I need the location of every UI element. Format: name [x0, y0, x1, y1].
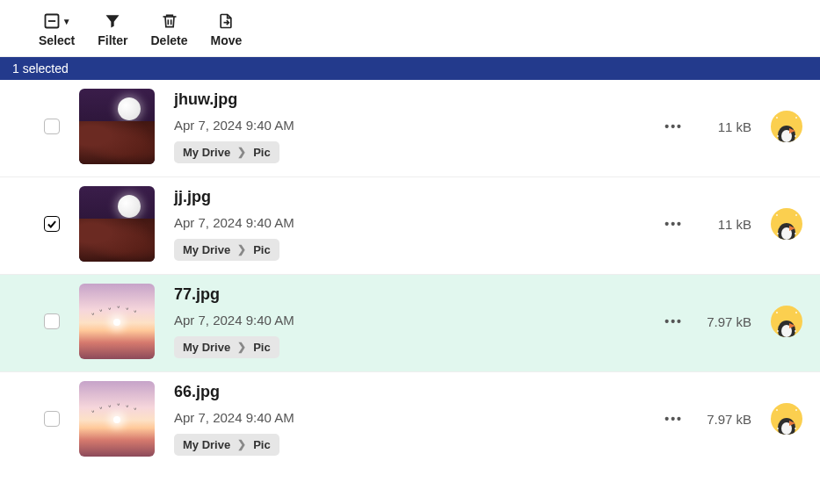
file-meta: 77.jpg Apr 7, 2024 9:40 AM My Drive ❯ Pi…: [174, 285, 645, 358]
file-name[interactable]: 77.jpg: [174, 285, 645, 304]
owner-avatar[interactable]: [771, 403, 802, 435]
selection-count-bar: 1 selected: [0, 57, 820, 80]
more-actions-button[interactable]: •••: [664, 314, 683, 328]
row-right: ••• 11 kB: [664, 208, 802, 240]
file-row[interactable]: ˅˅ ˅˅ ˅˅ 66.jpg Apr 7, 2024 9:40 AM My D…: [0, 372, 820, 469]
breadcrumb-leaf: Pic: [253, 341, 271, 354]
breadcrumb-leaf: Pic: [253, 146, 271, 159]
filter-button[interactable]: Filter: [98, 12, 127, 47]
file-list: jhuw.jpg Apr 7, 2024 9:40 AM My Drive ❯ …: [0, 80, 820, 469]
breadcrumb-root: My Drive: [183, 341, 230, 354]
file-name[interactable]: jj.jpg: [174, 188, 645, 206]
breadcrumb-leaf: Pic: [253, 243, 271, 256]
more-actions-button[interactable]: •••: [664, 119, 683, 133]
breadcrumb[interactable]: My Drive ❯ Pic: [174, 336, 279, 358]
row-right: ••• 7.97 kB: [664, 403, 802, 435]
breadcrumb[interactable]: My Drive ❯ Pic: [174, 141, 279, 163]
breadcrumb-root: My Drive: [183, 438, 230, 451]
file-date: Apr 7, 2024 9:40 AM: [174, 410, 645, 425]
file-size: 7.97 kB: [702, 314, 751, 329]
chevron-right-icon: ❯: [237, 243, 246, 256]
breadcrumb-root: My Drive: [183, 243, 230, 256]
filter-label: Filter: [98, 33, 127, 47]
thumbnail[interactable]: [79, 89, 155, 164]
row-checkbox[interactable]: [44, 119, 60, 134]
file-meta: jj.jpg Apr 7, 2024 9:40 AM My Drive ❯ Pi…: [174, 188, 645, 261]
row-right: ••• 7.97 kB: [664, 306, 802, 337]
file-row[interactable]: jhuw.jpg Apr 7, 2024 9:40 AM My Drive ❯ …: [0, 80, 820, 177]
breadcrumb-root: My Drive: [183, 146, 230, 159]
breadcrumb-leaf: Pic: [253, 438, 271, 451]
file-size: 11 kB: [702, 217, 751, 232]
chevron-right-icon: ❯: [237, 341, 246, 353]
file-meta: 66.jpg Apr 7, 2024 9:40 AM My Drive ❯ Pi…: [174, 383, 645, 456]
move-label: Move: [211, 33, 243, 47]
file-date: Apr 7, 2024 9:40 AM: [174, 313, 645, 328]
toolbar: ▼ Select Filter Delete Move: [0, 0, 820, 57]
owner-avatar[interactable]: [771, 306, 802, 337]
row-right: ••• 11 kB: [664, 111, 802, 142]
delete-label: Delete: [150, 33, 187, 47]
file-date: Apr 7, 2024 9:40 AM: [174, 215, 645, 230]
file-meta: jhuw.jpg Apr 7, 2024 9:40 AM My Drive ❯ …: [174, 90, 645, 163]
file-size: 7.97 kB: [702, 412, 751, 427]
file-row[interactable]: jj.jpg Apr 7, 2024 9:40 AM My Drive ❯ Pi…: [0, 177, 820, 275]
breadcrumb[interactable]: My Drive ❯ Pic: [174, 239, 279, 261]
row-checkbox[interactable]: [44, 411, 60, 427]
move-file-icon: [217, 12, 235, 30]
row-checkbox[interactable]: [44, 216, 60, 232]
owner-avatar[interactable]: [771, 111, 802, 142]
file-date: Apr 7, 2024 9:40 AM: [174, 118, 645, 133]
trash-icon: [161, 12, 178, 30]
move-button[interactable]: Move: [211, 12, 243, 47]
select-label: Select: [39, 33, 75, 47]
file-name[interactable]: 66.jpg: [174, 383, 645, 401]
filter-icon: [104, 12, 121, 30]
thumbnail[interactable]: ˅˅ ˅˅ ˅˅: [79, 284, 155, 359]
chevron-down-icon: ▼: [62, 17, 71, 26]
owner-avatar[interactable]: [771, 208, 802, 240]
select-partial-icon: [43, 12, 61, 30]
file-row[interactable]: ˅˅ ˅˅ ˅˅ 77.jpg Apr 7, 2024 9:40 AM My D…: [0, 275, 820, 372]
delete-button[interactable]: Delete: [150, 12, 187, 47]
thumbnail[interactable]: [79, 186, 155, 262]
more-actions-button[interactable]: •••: [664, 217, 683, 231]
chevron-right-icon: ❯: [237, 146, 246, 158]
select-button[interactable]: ▼ Select: [39, 12, 75, 47]
more-actions-button[interactable]: •••: [664, 412, 683, 426]
row-checkbox[interactable]: [44, 313, 60, 329]
chevron-right-icon: ❯: [237, 438, 246, 450]
file-name[interactable]: jhuw.jpg: [174, 90, 645, 109]
file-size: 11 kB: [702, 119, 751, 134]
breadcrumb[interactable]: My Drive ❯ Pic: [174, 434, 279, 456]
thumbnail[interactable]: ˅˅ ˅˅ ˅˅: [79, 381, 155, 457]
